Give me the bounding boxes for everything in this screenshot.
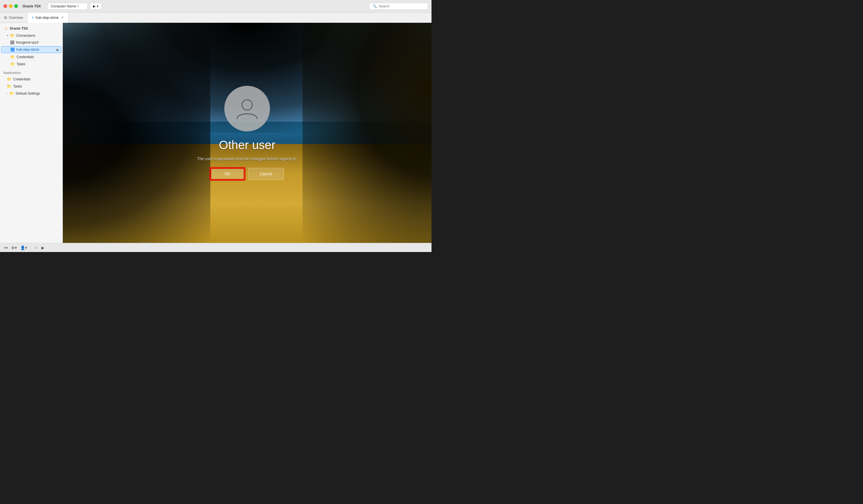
warning-icon: ⚠ (4, 26, 8, 30)
connection-icon (10, 40, 14, 44)
folder-icon: 📁 (10, 55, 15, 59)
sidebar-credentials-conn-label: Credentials (16, 55, 34, 59)
play-icon: ▶ (93, 4, 96, 8)
folder-icon: 📁 (7, 84, 11, 88)
eject-icon: ⏏ (56, 48, 59, 52)
sidebar-item-hub-step-stone[interactable]: hub-step-stone ⏏ (1, 46, 61, 53)
sidebar-oracle-label: Oracle TSX (10, 26, 28, 30)
tab-overview[interactable]: ⊞ Overview (0, 13, 27, 23)
person-icon (234, 96, 260, 121)
bottom-bar: +▾ ⚙▾ 👤▾ ☆ ▶ (0, 243, 432, 252)
play-dropdown[interactable]: ▶ ▾ (90, 3, 102, 10)
tab-hub-step-stone-label: hub-step-stone (36, 16, 59, 20)
ok-button[interactable]: OK (210, 168, 245, 180)
svg-point-0 (242, 100, 252, 110)
minimize-button[interactable] (9, 4, 13, 8)
search-bar[interactable]: 🔍 (369, 3, 428, 10)
sidebar-hub-step-stone-label: hub-step-stone (16, 48, 39, 52)
play-icon: ▶ (41, 245, 45, 250)
sidebar-credentials-app-label: Credentials (13, 77, 30, 81)
close-tab-icon[interactable]: ✕ (60, 16, 64, 20)
content-area: Other user The user's password must be c… (63, 23, 432, 243)
login-username: Other user (219, 138, 275, 152)
maximize-button[interactable] (14, 4, 18, 8)
search-icon: 🔍 (373, 4, 377, 8)
sidebar-item-ihoogend-vps3[interactable]: ihoogend-vps3 (1, 39, 61, 46)
tab-hub-step-stone[interactable]: ✦ hub-step-stone ✕ (27, 13, 68, 23)
connection-active-icon (11, 48, 14, 52)
folder-icon: 📁 (10, 62, 15, 66)
folder-icon: 📁 (7, 77, 11, 81)
sidebar-item-oracle-tsx[interactable]: ⚠ Oracle TSX (1, 25, 61, 31)
sidebar-ihoogend-label: ihoogend-vps3 (16, 40, 38, 44)
computer-name-label: Computer Name (51, 4, 76, 8)
app-name-label: Oracle TSX (23, 4, 41, 8)
sidebar-application-section: Application (0, 67, 62, 76)
search-input[interactable] (379, 4, 424, 8)
sidebar-tasks-app-label: Tasks (13, 85, 22, 88)
sidebar-default-settings-label: Default Settings (16, 91, 40, 95)
chevron-down-icon: ▾ (97, 4, 99, 8)
cave-right (302, 23, 432, 243)
folder-icon: 📁 (10, 33, 14, 38)
tabbar: ⊞ Overview ✦ hub-step-stone ✕ (0, 13, 432, 23)
grid-icon: ⊞ (4, 15, 7, 20)
close-button[interactable] (3, 4, 7, 8)
traffic-lights (3, 4, 18, 8)
chevron-down-icon: ▾ (7, 34, 8, 37)
sidebar-tasks-conn-label: Tasks (16, 62, 25, 66)
sidebar-item-default-settings[interactable]: › 📁 Default Settings (1, 90, 61, 96)
sidebar-item-tasks-conn[interactable]: 📁 Tasks (1, 61, 61, 67)
add-button[interactable]: +▾ (3, 245, 8, 250)
login-dialog: Other user The user's password must be c… (187, 86, 307, 180)
run-button[interactable]: ▶ (41, 245, 45, 250)
star-icon: ☆ (34, 245, 38, 250)
user-icon: 👤▾ (20, 245, 27, 250)
computer-name-dropdown[interactable]: Computer Name ▾ (48, 3, 88, 10)
sidebar-item-connections[interactable]: ▾ 📁 Connections (1, 32, 61, 39)
sidebar: ⚠ Oracle TSX ▾ 📁 Connections ihoogend-vp… (0, 23, 63, 243)
plus-icon: +▾ (3, 245, 8, 250)
tab-overview-label: Overview (9, 16, 23, 20)
settings-button[interactable]: ⚙▾ (11, 245, 17, 250)
login-buttons: OK Cancel (210, 168, 284, 180)
chevron-right-icon: › (7, 92, 8, 95)
chevron-down-icon: ▾ (77, 4, 78, 8)
avatar (224, 86, 270, 131)
toolbar: Oracle TSX Computer Name ▾ ▶ ▾ 🔍 (0, 0, 432, 13)
sidebar-connections-label: Connections (16, 34, 35, 38)
connection-tab-icon: ✦ (32, 16, 34, 20)
main-layout: ⚠ Oracle TSX ▾ 📁 Connections ihoogend-vp… (0, 23, 432, 243)
login-message: The user's password must be changed befo… (197, 156, 297, 161)
sidebar-item-credentials-conn[interactable]: 📁 Credentials (1, 54, 61, 60)
sidebar-item-credentials-app[interactable]: 📁 Credentials (1, 76, 61, 82)
user-button[interactable]: 👤▾ (20, 245, 27, 250)
favorite-button[interactable]: ☆ (34, 245, 38, 250)
folder-icon: 📁 (10, 91, 14, 95)
sidebar-item-tasks-app[interactable]: 📁 Tasks (1, 83, 61, 90)
gear-icon: ⚙▾ (11, 245, 17, 250)
cancel-button[interactable]: Cancel (248, 168, 284, 180)
separator (30, 245, 31, 250)
